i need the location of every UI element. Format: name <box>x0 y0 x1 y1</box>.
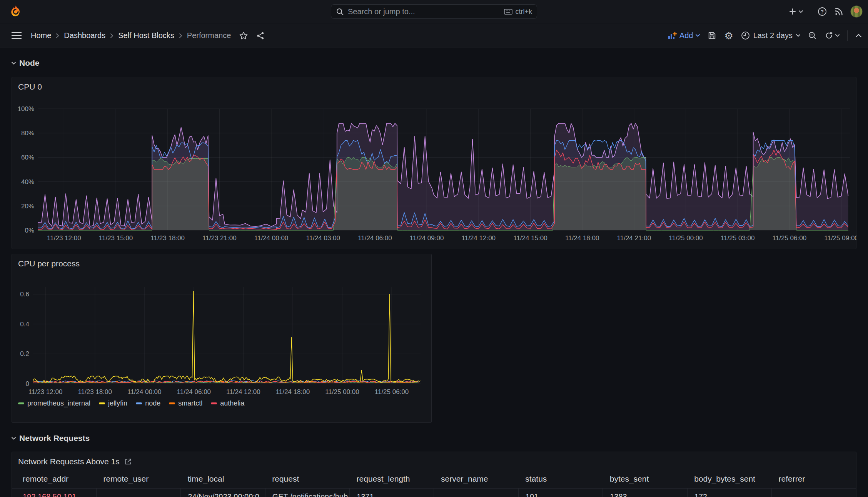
table-header-body_bytes_sent[interactable]: body_bytes_sent <box>687 470 771 488</box>
table-cell-bytes_sent: 1383 <box>603 488 687 497</box>
svg-text:11/24 21:00: 11/24 21:00 <box>617 234 651 242</box>
add-label: Add <box>679 31 693 40</box>
user-avatar[interactable] <box>850 5 863 18</box>
breadcrumb-dashboards[interactable]: Dashboards <box>64 31 105 40</box>
breadcrumb: Home Dashboards Self Host Blocks Perform… <box>31 31 231 40</box>
chevron-right-icon <box>179 33 182 38</box>
news-rss-button[interactable] <box>834 7 843 16</box>
svg-text:0.6: 0.6 <box>20 291 29 298</box>
svg-text:11/24 00:00: 11/24 00:00 <box>127 388 162 396</box>
svg-text:11/23 12:00: 11/23 12:00 <box>47 234 81 242</box>
table-cell-time_local: 24/Nov/2023 00:00:0 <box>181 488 265 497</box>
svg-text:11/25 00:00: 11/25 00:00 <box>325 388 359 396</box>
share-button[interactable] <box>256 32 265 40</box>
table-header-bytes_sent[interactable]: bytes_sent <box>603 470 687 488</box>
new-button[interactable] <box>788 7 803 16</box>
collapse-topbar-button[interactable] <box>855 33 862 38</box>
panel-cpu0: CPU 0 11/23 12:0011/23 15:0011/23 18:001… <box>12 77 856 249</box>
svg-text:20%: 20% <box>21 203 34 210</box>
plus-icon <box>788 7 797 16</box>
svg-text:11/24 06:00: 11/24 06:00 <box>358 234 392 242</box>
chart-legend: prometheus_internal jellyfin node smartc… <box>18 399 244 407</box>
keyboard-icon <box>504 9 512 15</box>
refresh-button[interactable] <box>825 31 840 40</box>
chevron-down-icon <box>799 10 803 13</box>
zoom-out-button[interactable] <box>808 31 817 40</box>
add-panel-icon <box>668 32 677 40</box>
table-header-request_length[interactable]: request_length <box>350 470 434 488</box>
svg-text:11/24 15:00: 11/24 15:00 <box>513 234 548 242</box>
grafana-logo[interactable] <box>9 5 22 18</box>
external-link-icon[interactable] <box>124 458 132 465</box>
add-panel-button[interactable]: Add <box>668 31 700 40</box>
legend-item-authelia[interactable]: authelia <box>211 399 244 407</box>
table-row: 192.168.50.10124/Nov/2023 00:00:0GET /no… <box>12 488 856 497</box>
time-range-label: Last 2 days <box>753 31 793 40</box>
chevron-right-icon <box>56 33 59 38</box>
panel-cpu-per-process: CPU per process 11/23 12:0011/23 18:0011… <box>12 254 432 423</box>
favorite-star-button[interactable] <box>239 32 248 40</box>
search-input[interactable]: Search or jump to... ctrl+k <box>331 4 537 19</box>
table-cell-request: GET /notifications/hub <box>265 488 349 497</box>
table-header-remote_addr[interactable]: remote_addr <box>12 470 96 488</box>
panel-network-requests: Network Requests Above 1s remote_addrrem… <box>12 452 856 497</box>
cpu-per-process-chart[interactable]: 11/23 12:0011/23 18:0011/24 00:0011/24 0… <box>12 269 432 400</box>
menu-toggle-button[interactable] <box>12 32 22 39</box>
topbar-actions: ? <box>788 0 863 23</box>
svg-text:80%: 80% <box>21 130 34 137</box>
svg-text:11/25 06:00: 11/25 06:00 <box>773 234 807 242</box>
section-row-network-requests[interactable]: Network Requests <box>12 434 90 443</box>
legend-item-jellyfin[interactable]: jellyfin <box>99 399 127 407</box>
svg-text:11/23 12:00: 11/23 12:00 <box>28 388 63 396</box>
chevron-down-icon <box>696 34 700 37</box>
svg-text:11/25 06:00: 11/25 06:00 <box>375 388 409 396</box>
table-header-remote_user[interactable]: remote_user <box>96 470 180 488</box>
svg-text:11/25 00:00: 11/25 00:00 <box>669 234 703 242</box>
panel-title-cpu-per-process[interactable]: CPU per process <box>18 259 80 268</box>
legend-color-chip <box>169 402 175 404</box>
legend-item-smartctl[interactable]: smartctl <box>169 399 202 407</box>
table-header-time_local[interactable]: time_local <box>181 470 265 488</box>
svg-text:0%: 0% <box>25 227 34 234</box>
section-chevron-icon <box>12 437 16 440</box>
table-cell-body_bytes_sent: 172 <box>687 488 771 497</box>
svg-text:11/24 18:00: 11/24 18:00 <box>276 388 310 396</box>
dashboard-settings-button[interactable]: ⚙ <box>724 31 733 41</box>
table-header-server_name[interactable]: server_name <box>434 470 518 488</box>
svg-text:11/25 09:00: 11/25 09:00 <box>824 234 857 242</box>
search-shortcut: ctrl+k <box>504 8 532 16</box>
topbar-divider <box>810 6 810 17</box>
table-header-referrer[interactable]: referrer <box>772 470 856 488</box>
help-button[interactable]: ? <box>817 7 827 17</box>
table-header-request[interactable]: request <box>265 470 349 488</box>
panel-title-cpu0[interactable]: CPU 0 <box>18 82 42 91</box>
chevron-up-icon <box>855 33 862 38</box>
chevron-down-icon <box>835 34 840 37</box>
legend-item-prometheus-internal[interactable]: prometheus_internal <box>18 399 90 407</box>
section-row-node[interactable]: Node <box>12 58 40 68</box>
time-range-picker[interactable]: Last 2 days <box>741 31 800 40</box>
svg-text:40%: 40% <box>21 178 34 186</box>
legend-item-node[interactable]: node <box>136 399 160 407</box>
cpu0-chart[interactable]: 11/23 12:0011/23 15:0011/23 18:0011/23 2… <box>12 93 857 246</box>
svg-text:11/24 18:00: 11/24 18:00 <box>565 234 599 242</box>
table-cell-request_length: 1371 <box>350 488 434 497</box>
section-title-network-requests: Network Requests <box>19 434 90 443</box>
svg-text:0: 0 <box>26 380 29 387</box>
table-cell-server_name <box>434 488 518 497</box>
save-dashboard-button[interactable] <box>708 31 716 40</box>
breadcrumb-folder[interactable]: Self Host Blocks <box>118 31 174 40</box>
legend-color-chip <box>211 402 217 404</box>
clock-icon <box>741 31 750 40</box>
panel-title-network-requests[interactable]: Network Requests Above 1s <box>18 457 120 466</box>
table-cell-status: 101 <box>518 488 603 497</box>
svg-text:11/24 12:00: 11/24 12:00 <box>462 234 496 242</box>
breadcrumb-home[interactable]: Home <box>31 31 51 40</box>
top-navigation-bar: Search or jump to... ctrl+k ? <box>0 0 868 23</box>
table-header-status[interactable]: status <box>518 470 603 488</box>
svg-text:11/24 03:00: 11/24 03:00 <box>306 234 340 242</box>
toolbar-divider <box>847 30 848 41</box>
svg-text:11/23 15:00: 11/23 15:00 <box>99 234 133 242</box>
svg-text:?: ? <box>821 9 824 15</box>
svg-text:0.2: 0.2 <box>20 350 29 357</box>
